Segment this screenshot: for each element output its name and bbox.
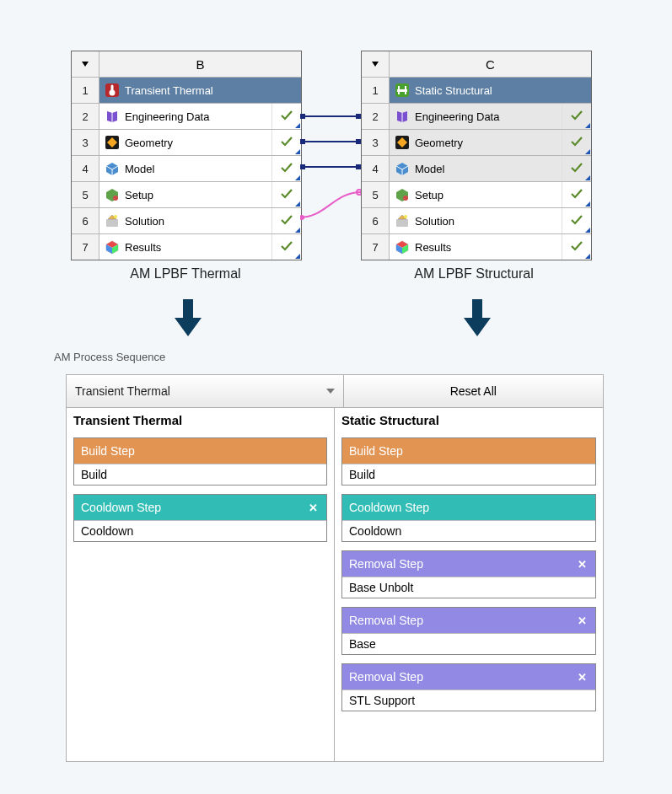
check-icon — [280, 109, 293, 125]
reset-all-button[interactable]: Reset All — [344, 375, 604, 407]
system-row-model[interactable]: 4Model — [362, 156, 591, 182]
am-process-sequence-label: AM Process Sequence — [54, 351, 180, 363]
step-header[interactable]: Cooldown Step✕ — [74, 495, 326, 520]
status-cell — [562, 208, 591, 233]
step-items: Build — [342, 464, 595, 485]
step-header[interactable]: Removal Step✕ — [342, 608, 595, 633]
step-item[interactable]: Build — [74, 464, 326, 485]
row-body[interactable]: Model — [99, 156, 271, 181]
setup-icon — [395, 187, 410, 202]
column-header[interactable]: C — [362, 51, 591, 78]
step-block-removal-step[interactable]: Removal Step✕STL Support — [341, 663, 596, 711]
system-row-solution[interactable]: 6Solution — [362, 208, 591, 234]
row-number: 2 — [362, 104, 390, 129]
row-body[interactable]: Results — [390, 234, 562, 260]
check-icon — [280, 239, 293, 255]
row-label: Setup — [415, 189, 556, 201]
row-label: Model — [125, 163, 266, 175]
check-icon — [280, 161, 293, 177]
svg-point-30 — [404, 215, 407, 218]
row-body[interactable]: Setup — [390, 182, 562, 207]
system-title-row[interactable]: 1Static Structural — [362, 78, 591, 104]
system-row-geometry[interactable]: 3Geometry — [72, 130, 301, 156]
step-item[interactable]: Cooldown — [342, 520, 595, 541]
column-letter: B — [99, 51, 301, 77]
row-body[interactable]: Geometry — [390, 130, 562, 155]
system-row-engineering-data[interactable]: 2Engineering Data — [362, 104, 591, 130]
step-block-removal-step[interactable]: Removal Step✕Base Unbolt — [341, 550, 596, 598]
check-icon — [570, 135, 583, 151]
status-cell — [271, 182, 301, 207]
row-body[interactable]: Transient Thermal — [99, 78, 301, 103]
status-cell — [271, 234, 301, 260]
system-b[interactable]: B1Transient Thermal2Engineering Data3Geo… — [71, 51, 302, 260]
row-body[interactable]: Engineering Data — [390, 104, 562, 129]
step-header[interactable]: Removal Step✕ — [342, 551, 595, 577]
row-label: Setup — [125, 189, 266, 201]
step-type-label: Build Step — [349, 444, 403, 458]
step-header[interactable]: Build Step — [74, 438, 326, 464]
step-header[interactable]: Build Step — [342, 438, 595, 464]
row-label: Engineering Data — [415, 110, 556, 123]
step-item[interactable]: Base — [342, 633, 595, 654]
close-icon[interactable]: ✕ — [307, 502, 320, 514]
close-icon[interactable]: ✕ — [576, 614, 589, 627]
step-item[interactable]: STL Support — [342, 689, 595, 711]
system-row-engineering-data[interactable]: 2Engineering Data — [72, 104, 301, 130]
solution-icon — [105, 213, 120, 228]
system-row-solution[interactable]: 6Solution — [72, 208, 301, 234]
check-icon — [280, 135, 293, 151]
system-title-row[interactable]: 1Transient Thermal — [72, 78, 301, 104]
system-row-results[interactable]: 7Results — [362, 234, 591, 260]
row-number: 5 — [72, 182, 99, 207]
system-row-setup[interactable]: 5Setup — [72, 182, 301, 208]
chevron-down-icon — [82, 62, 89, 67]
row-label: Results — [415, 241, 556, 254]
system-row-geometry[interactable]: 3Geometry — [362, 130, 591, 156]
system-select-dropdown[interactable]: Transient Thermal — [67, 375, 344, 407]
row-label: Engineering Data — [125, 110, 266, 123]
arrow-down-icon — [173, 299, 203, 336]
row-body[interactable]: Solution — [99, 208, 271, 233]
header-caret-cell[interactable] — [72, 51, 99, 77]
status-cell — [562, 182, 591, 207]
system-row-model[interactable]: 4Model — [72, 156, 301, 182]
svg-rect-28 — [396, 219, 408, 227]
row-body[interactable]: Setup — [99, 182, 271, 207]
close-icon[interactable]: ✕ — [576, 671, 589, 684]
system-row-results[interactable]: 7Results — [72, 234, 301, 260]
row-body[interactable]: Geometry — [99, 130, 271, 155]
svg-rect-19 — [398, 86, 400, 94]
step-block-cooldown-step[interactable]: Cooldown Step✕Cooldown — [73, 494, 327, 542]
svg-point-27 — [403, 196, 408, 201]
step-header[interactable]: Cooldown Step — [342, 495, 595, 520]
row-body[interactable]: Engineering Data — [99, 104, 271, 129]
row-number: 6 — [72, 208, 99, 233]
row-body[interactable]: Results — [99, 234, 271, 260]
row-label: Solution — [415, 215, 556, 228]
step-block-build-step[interactable]: Build StepBuild — [341, 437, 596, 486]
status-cell — [562, 156, 591, 181]
step-item[interactable]: Base Unbolt — [342, 577, 595, 598]
step-item[interactable]: Build — [342, 464, 595, 485]
column-header[interactable]: B — [72, 51, 301, 78]
step-items: Cooldown — [74, 520, 326, 541]
system-c[interactable]: C1Static Structural2Engineering Data3Geo… — [361, 51, 592, 260]
divider — [177, 357, 626, 359]
step-header[interactable]: Removal Step✕ — [342, 664, 595, 689]
row-label: Geometry — [415, 137, 556, 149]
row-number: 7 — [72, 234, 99, 260]
row-label: Model — [415, 163, 556, 175]
system-row-setup[interactable]: 5Setup — [362, 182, 591, 208]
header-caret-cell[interactable] — [362, 51, 390, 77]
row-body[interactable]: Solution — [390, 208, 562, 233]
close-icon[interactable]: ✕ — [576, 558, 589, 571]
step-item[interactable]: Cooldown — [74, 520, 326, 541]
step-block-removal-step[interactable]: Removal Step✕Base — [341, 607, 596, 655]
row-body[interactable]: Static Structural — [390, 78, 591, 103]
step-block-build-step[interactable]: Build StepBuild — [73, 437, 327, 486]
step-type-label: Removal Step — [349, 614, 423, 627]
step-items: Build — [74, 464, 326, 485]
row-body[interactable]: Model — [390, 156, 562, 181]
step-block-cooldown-step[interactable]: Cooldown StepCooldown — [341, 494, 596, 542]
